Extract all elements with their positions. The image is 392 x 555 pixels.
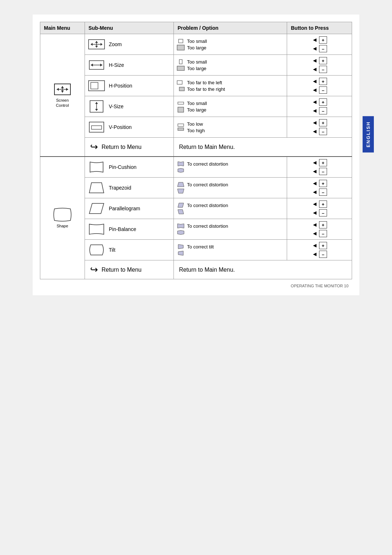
shape-icon-group: Shape xyxy=(43,207,82,228)
svg-rect-34 xyxy=(178,124,184,126)
plus-btn-hsize[interactable]: + xyxy=(319,57,327,64)
problem-pinbalance-text: To correct distortion xyxy=(187,223,228,229)
svg-marker-12 xyxy=(95,41,98,43)
button-cell-parallelogram: ◄ + ◄ – xyxy=(287,198,352,219)
problem-cell-pincushion: To correct distortion xyxy=(174,157,287,178)
minus-btn-trapezoid[interactable]: – xyxy=(319,189,327,196)
button-cell-pinbalance: ◄ + ◄ – xyxy=(287,219,352,240)
tilt-label: Tilt xyxy=(109,247,115,253)
svg-marker-13 xyxy=(95,46,98,48)
minus-btn-hsize[interactable]: – xyxy=(319,66,327,73)
btn-row-trapezoid-minus: ◄ – xyxy=(312,189,327,196)
return-desc-text-1: Return to Main Menu. xyxy=(179,144,235,150)
btn-row-tilt-plus: ◄ + xyxy=(312,242,327,249)
minus-btn-zoom[interactable]: – xyxy=(319,45,327,52)
arrow-icon-hposition-plus: ◄ xyxy=(312,78,318,85)
button-cell-tilt: ◄ + ◄ – xyxy=(287,240,352,260)
minus-btn-pinbalance[interactable]: – xyxy=(319,230,327,237)
tilt-icon-2 xyxy=(177,250,185,256)
problem-row-trapezoid-2 xyxy=(177,188,284,194)
btn-row-parallelogram-plus: ◄ + xyxy=(312,200,327,208)
return-arrow-icon-1: ↩ xyxy=(90,141,98,153)
return-row-section1: ↩ Return to Menu Return to Main Menu. xyxy=(40,138,352,157)
english-tab: ENGLISH xyxy=(363,116,374,153)
tilt-sub-icon xyxy=(88,243,105,256)
btn-row-pinbalance-minus: ◄ – xyxy=(312,230,327,237)
sub-cell-zoom: Zoom xyxy=(85,34,173,55)
table-row: Shape Pin-Cushion xyxy=(40,157,352,178)
arrow-icon-pincushion-minus: ◄ xyxy=(312,168,318,175)
trapezoid-icon-1 xyxy=(177,182,185,187)
sub-cell-tilt: Tilt xyxy=(85,240,173,260)
svg-marker-3 xyxy=(66,88,68,91)
main-menu-shape: Shape xyxy=(40,157,85,279)
large-square-icon xyxy=(177,45,185,50)
arrow-icon-hsize-minus: ◄ xyxy=(312,66,318,73)
plus-btn-pincushion[interactable]: + xyxy=(319,159,327,166)
btn-row-parallelogram-minus: ◄ – xyxy=(312,209,327,216)
plus-btn-trapezoid[interactable]: + xyxy=(319,180,327,187)
problem-cell-hposition: Too far to the left Too far to the right xyxy=(174,76,287,96)
minus-btn-parallelogram[interactable]: – xyxy=(319,209,327,216)
minus-btn-hposition[interactable]: – xyxy=(319,86,327,94)
plus-btn-pinbalance[interactable]: + xyxy=(319,221,327,228)
return-label-1: Return to Menu xyxy=(102,144,142,150)
minus-btn-pincushion[interactable]: – xyxy=(319,168,327,175)
trapezoid-sub-icon xyxy=(88,181,105,194)
plus-btn-zoom[interactable]: + xyxy=(319,36,327,44)
table-row: V-Size Too small xyxy=(40,96,352,117)
btn-row-hsize-plus: ◄ + xyxy=(312,57,327,64)
vsize-label: V-Size xyxy=(109,104,123,109)
screen-control-icon-group: ScreenControl xyxy=(43,82,82,108)
svg-marker-19 xyxy=(100,64,102,66)
problem-parallelogram-text: To correct distortion xyxy=(187,203,228,208)
button-cell-vposition: ◄ + ◄ – xyxy=(287,117,352,138)
minus-btn-vposition[interactable]: – xyxy=(319,128,327,135)
table-row: Pin-Balance To correct distortion xyxy=(40,219,352,240)
problem-row-vsize-small: Too small xyxy=(177,100,284,106)
btn-row-pinbalance-plus: ◄ + xyxy=(312,221,327,228)
hsize-large-icon xyxy=(177,65,185,71)
svg-rect-15 xyxy=(177,45,184,50)
problem-row-zoom-small: Too small xyxy=(177,38,284,44)
footer: OPERATING THE MONITOR 10 xyxy=(40,284,352,288)
svg-marker-5 xyxy=(61,86,64,88)
minus-btn-tilt[interactable]: – xyxy=(319,251,327,258)
plus-btn-tilt[interactable]: + xyxy=(319,242,327,249)
btn-row-pincushion-minus: ◄ – xyxy=(312,168,327,175)
svg-rect-24 xyxy=(177,81,182,84)
svg-marker-6 xyxy=(61,90,64,93)
table-row: Trapezoid To correct distortion xyxy=(40,178,352,198)
table-row: H-Size Too small xyxy=(40,55,352,76)
arrow-icon-vposition-plus: ◄ xyxy=(312,119,318,126)
button-cell-trapezoid: ◄ + ◄ – xyxy=(287,178,352,198)
button-cell-hposition: ◄ + ◄ – xyxy=(287,76,352,96)
problem-pincushion-text: To correct distortion xyxy=(187,161,228,167)
hsize-sub-icon xyxy=(88,58,105,72)
vposition-high-icon xyxy=(177,127,185,133)
table-row: Tilt To correct tilt xyxy=(40,240,352,260)
btn-row-zoom-minus: ◄ – xyxy=(312,45,327,52)
parallelogram-sub-icon xyxy=(88,202,105,215)
plus-btn-hposition[interactable]: + xyxy=(319,78,327,85)
svg-marker-10 xyxy=(101,43,102,46)
plus-btn-vposition[interactable]: + xyxy=(319,119,327,126)
table-row: ScreenControl xyxy=(40,34,352,55)
problem-row-hsize-small: Too small xyxy=(177,59,284,65)
svg-marker-28 xyxy=(95,102,98,104)
shape-main-icon xyxy=(53,207,72,222)
problem-hsize-small-text: Too small xyxy=(187,59,207,65)
svg-marker-41 xyxy=(178,210,184,214)
plus-btn-parallelogram[interactable]: + xyxy=(319,200,327,208)
vsize-large-icon xyxy=(177,107,185,113)
parallelogram-icon-2 xyxy=(177,209,185,215)
problem-zoom-large-text: Too large xyxy=(187,45,206,50)
sub-cell-trapezoid: Trapezoid xyxy=(85,178,173,198)
arrow-icon-tilt-minus: ◄ xyxy=(312,251,318,258)
btn-row-hposition-plus: ◄ + xyxy=(312,78,327,85)
arrow-icon-hposition-minus: ◄ xyxy=(312,87,318,93)
plus-btn-vsize[interactable]: + xyxy=(319,98,327,106)
zoom-sub-icon xyxy=(88,38,105,51)
sub-cell-pincushion: Pin-Cushion xyxy=(85,157,173,178)
minus-btn-vsize[interactable]: – xyxy=(319,107,327,114)
